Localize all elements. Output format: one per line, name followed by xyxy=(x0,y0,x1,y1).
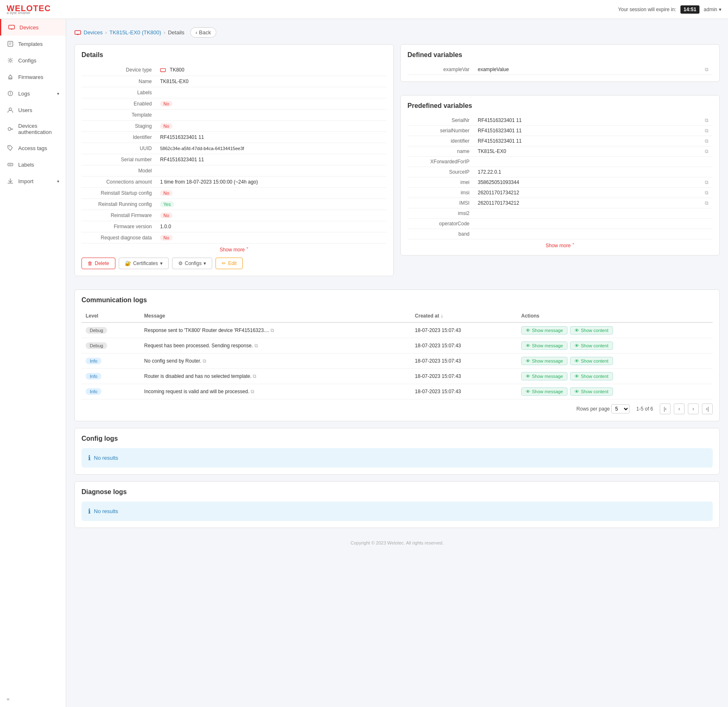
table-row: operatorCode xyxy=(407,219,713,229)
configs-button[interactable]: ⚙ Configs ▾ xyxy=(172,258,213,269)
copy-icon[interactable]: ⧉ xyxy=(705,138,709,144)
templates-icon xyxy=(7,40,14,48)
sidebar-item-access-tags[interactable]: Access tags xyxy=(0,140,66,156)
footer: Copyright © 2023 Welotec. All rights res… xyxy=(74,535,720,551)
show-content-button[interactable]: 👁 Show content xyxy=(570,387,613,396)
pagination: Rows per page 5 10 25 1-5 of 6 |‹ ‹ › ›| xyxy=(81,404,713,414)
sidebar-item-label: Configs xyxy=(18,57,36,64)
sidebar-item-devices-auth[interactable]: Devices authentication xyxy=(0,118,66,140)
config-logs-no-results: ℹ No results xyxy=(81,448,713,468)
eye-icon: 👁 xyxy=(575,358,579,363)
sidebar-item-templates[interactable]: Templates xyxy=(0,36,66,52)
table-row: Debug Request has been processed. Sendin… xyxy=(81,338,713,353)
comm-logs-table: Level Message Created at ↓ Actions Debug… xyxy=(81,310,713,399)
copy-icon[interactable]: ⧉ xyxy=(705,117,709,123)
show-more-predefined[interactable]: Show more ˅ xyxy=(407,243,713,248)
sidebar-item-logs[interactable]: Logs ▾ xyxy=(0,85,66,102)
table-row: Labels xyxy=(81,87,387,98)
breadcrumb: Devices › TK815L-EX0 (TK800) › Details ‹… xyxy=(74,27,720,38)
svg-rect-17 xyxy=(75,31,81,34)
table-row: identifierRF41516323401 11 ⧉ xyxy=(407,136,713,146)
details-card: Details Device type TK800 NameTK815L-EX0… xyxy=(74,44,394,276)
show-content-button[interactable]: 👁 Show content xyxy=(570,372,613,380)
sidebar-item-configs[interactable]: Configs xyxy=(0,52,66,69)
next-page-button[interactable]: › xyxy=(688,404,699,414)
sidebar-item-devices[interactable]: Devices xyxy=(0,19,66,36)
copy-icon[interactable]: ⧉ xyxy=(253,373,256,379)
breadcrumb-devices[interactable]: Devices xyxy=(84,29,103,36)
table-row: Serial numberRF41516323401 11 xyxy=(81,154,387,165)
delete-button[interactable]: 🗑 Delete xyxy=(81,258,115,269)
copy-icon[interactable]: ⧉ xyxy=(705,200,709,206)
rows-per-page-select[interactable]: 5 10 25 xyxy=(611,404,630,413)
copy-icon[interactable]: ⧉ xyxy=(705,148,709,154)
sidebar-item-firmwares[interactable]: Firmwares xyxy=(0,69,66,85)
sidebar-item-label: Labels xyxy=(18,162,34,168)
actions-column-header: Actions xyxy=(517,310,713,322)
back-button[interactable]: ‹ Back xyxy=(190,27,216,38)
breadcrumb-device-name[interactable]: TK815L-EX0 (TK800) xyxy=(110,29,161,36)
level-badge: Debug xyxy=(86,327,107,334)
details-actions: 🗑 Delete 🔐 Certificates ▾ ⚙ Configs ▾ xyxy=(81,258,387,269)
copy-icon[interactable]: ⧉ xyxy=(254,343,258,349)
variables-column: Defined variables exampleVar exampleValu… xyxy=(400,44,720,283)
copy-icon[interactable]: ⧉ xyxy=(271,327,274,333)
show-message-button[interactable]: 👁 Show message xyxy=(521,326,568,334)
level-badge: Info xyxy=(86,358,101,364)
show-message-button[interactable]: 👁 Show message xyxy=(521,372,568,380)
table-row: Info Router is disabled and has no selec… xyxy=(81,368,713,384)
prev-page-button[interactable]: ‹ xyxy=(674,404,685,414)
reinstall-startup-badge: No xyxy=(160,190,172,196)
copy-icon[interactable]: ⧉ xyxy=(251,389,254,394)
first-page-button[interactable]: |‹ xyxy=(660,404,671,414)
copy-icon[interactable]: ⧉ xyxy=(705,128,709,134)
show-content-button[interactable]: 👁 Show content xyxy=(570,342,613,350)
table-row: Connections amount1 time from 18-07-2023… xyxy=(81,176,387,187)
edit-icon: ✏ xyxy=(222,260,226,266)
show-content-button[interactable]: 👁 Show content xyxy=(570,357,613,365)
sidebar-item-import[interactable]: Import ▾ xyxy=(0,173,66,189)
certificates-button[interactable]: 🔐 Certificates ▾ xyxy=(119,258,169,269)
sidebar-item-label: Access tags xyxy=(18,145,47,151)
diagnose-logs-title: Diagnose logs xyxy=(81,488,713,496)
rows-per-page: Rows per page 5 10 25 xyxy=(577,404,630,413)
device-type-icon xyxy=(160,67,167,73)
devices-icon xyxy=(8,24,15,31)
svg-point-10 xyxy=(10,94,10,95)
predefined-variables-card: Predefined variables SerialNrRF415163234… xyxy=(400,95,720,256)
diagnose-badge: No xyxy=(160,235,172,241)
copy-icon[interactable]: ⧉ xyxy=(203,358,206,364)
log-actions: 👁 Show message 👁 Show content xyxy=(521,342,709,350)
info-icon: ℹ xyxy=(88,507,91,515)
sidebar-item-label: Devices authentication xyxy=(18,123,59,135)
sidebar-item-users[interactable]: Users xyxy=(0,102,66,118)
config-logs-title: Config logs xyxy=(81,435,713,442)
show-message-button[interactable]: 👁 Show message xyxy=(521,357,568,365)
trash-icon: 🗑 xyxy=(88,260,93,266)
top-header: WELOTEC a byte smarter Your session will… xyxy=(0,0,728,19)
show-more-details[interactable]: Show more ˅ xyxy=(81,247,387,253)
sidebar-item-label: Devices xyxy=(19,24,38,31)
copy-icon[interactable]: ⧉ xyxy=(705,179,709,185)
gear-icon: ⚙ xyxy=(178,260,183,266)
admin-dropdown[interactable]: admin ▾ xyxy=(704,7,721,12)
table-row: IdentifierRF41516323401 11 xyxy=(81,131,387,143)
tag-icon xyxy=(7,144,14,152)
show-message-button[interactable]: 👁 Show message xyxy=(521,342,568,350)
show-content-button[interactable]: 👁 Show content xyxy=(570,326,613,334)
reinstall-running-badge: Yes xyxy=(160,201,174,207)
sidebar-item-labels[interactable]: Labels xyxy=(0,156,66,173)
table-row: Firmware version1.0.0 xyxy=(81,221,387,232)
show-message-button[interactable]: 👁 Show message xyxy=(521,387,568,396)
last-page-button[interactable]: ›| xyxy=(702,404,713,414)
firmwares-icon xyxy=(7,73,14,81)
copy-icon[interactable]: ⧉ xyxy=(705,190,709,196)
config-logs-card: Config logs ℹ No results xyxy=(74,428,720,475)
edit-button[interactable]: ✏ Edit xyxy=(216,258,243,269)
table-row: Model xyxy=(81,165,387,176)
sidebar-collapse-button[interactable]: « xyxy=(0,691,66,707)
comm-logs-title: Communication logs xyxy=(81,296,713,304)
copy-icon[interactable]: ⧉ xyxy=(705,67,709,72)
chevron-down-icon: ▾ xyxy=(57,91,59,96)
certificate-icon: 🔐 xyxy=(125,260,131,266)
